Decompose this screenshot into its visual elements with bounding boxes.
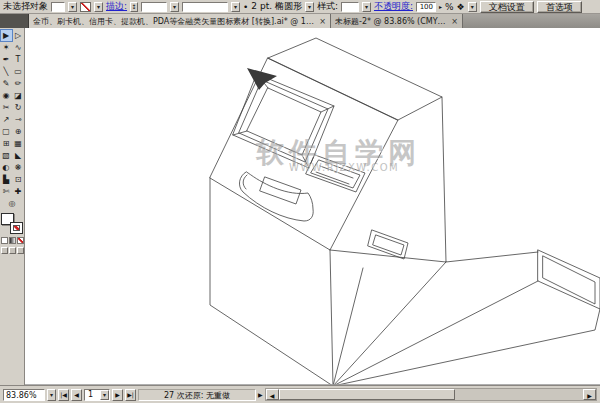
- pencil-tool-icon[interactable]: ✏: [13, 78, 24, 89]
- opacity-link[interactable]: 不透明度:: [374, 0, 413, 13]
- select-similar-arrow-icon[interactable]: ▾: [468, 2, 477, 12]
- artboard-tool-icon[interactable]: ⊡: [13, 174, 24, 185]
- stroke-weight-arrow-icon[interactable]: ▾: [170, 2, 179, 12]
- scrollbar-track[interactable]: [279, 389, 583, 400]
- style-dropdown-arrow-icon[interactable]: ▾: [362, 2, 371, 12]
- width-profile-arrow-icon[interactable]: ▾: [231, 2, 240, 12]
- artboard-number: 1: [88, 390, 93, 399]
- blend-tool-icon[interactable]: ◐: [1, 162, 12, 173]
- artboard-dropdown-arrow-icon[interactable]: ▾: [100, 390, 109, 400]
- perspective-grid-tool-icon[interactable]: ⊞: [1, 138, 12, 149]
- fill-dropdown-arrow-icon[interactable]: ▾: [68, 2, 77, 12]
- scroll-left-icon[interactable]: ◀: [266, 389, 279, 400]
- style-label: 样式:: [317, 0, 338, 13]
- direct-selection-tool-icon[interactable]: ▷: [13, 30, 24, 41]
- line-segment-tool-icon[interactable]: ╲: [1, 66, 12, 77]
- document-setup-button[interactable]: 文档设置: [480, 1, 534, 13]
- control-bar: 未选择对象 ▾ ▾ 描边: ↕ ▾ ▾ • 2 pt. 椭圆形 ▾ 样式: ▾ …: [0, 0, 600, 14]
- pen-tool-icon[interactable]: ✒: [1, 54, 12, 65]
- eyedropper-tool-icon[interactable]: ◣: [13, 150, 24, 161]
- opacity-flyout-icon[interactable]: ▸: [439, 3, 442, 10]
- column-graph-tool-icon[interactable]: ▙: [1, 174, 12, 185]
- first-artboard-button[interactable]: |◀: [58, 389, 69, 401]
- gradient-tool-icon[interactable]: ▧: [1, 150, 12, 161]
- fullscreen-menu-mode-icon[interactable]: [9, 247, 16, 254]
- illustrator-window: 未选择对象 ▾ ▾ 描边: ↕ ▾ ▾ • 2 pt. 椭圆形 ▾ 样式: ▾ …: [0, 0, 600, 403]
- preferences-button[interactable]: 首选项: [537, 1, 582, 13]
- document-tab-1-title: 金币、刷卡机、信用卡、提款机、PDA等金融类矢量图标素材 [转换].ai* @ …: [33, 16, 316, 27]
- screen-paths[interactable]: [233, 68, 334, 168]
- screen-mode-row: [1, 247, 24, 254]
- zoom-level-field[interactable]: 83.86%: [3, 389, 45, 401]
- document-tab-bar: 金币、刷卡机、信用卡、提款机、PDA等金融类矢量图标素材 [转换].ai* @ …: [0, 14, 600, 28]
- receipt-printer-paths[interactable]: [239, 172, 313, 221]
- none-mode-icon[interactable]: [17, 237, 24, 244]
- stroke-panel-link[interactable]: 描边:: [106, 0, 127, 13]
- gradient-mode-icon[interactable]: [9, 237, 16, 244]
- brush-dropdown-arrow-icon[interactable]: ▾: [305, 2, 314, 12]
- status-bar: 83.86% ▾ |◀ ◀ 1 ▾ ▶ ▶| 27 次还原: 无重做 ▶ ◀ ▶: [0, 385, 600, 403]
- mesh-tool-icon[interactable]: ▦: [13, 138, 24, 149]
- color-mode-icon[interactable]: [1, 237, 8, 244]
- magic-wand-tool-icon[interactable]: ✶: [1, 42, 12, 53]
- free-transform-tool-icon[interactable]: ▢: [1, 126, 12, 137]
- width-profile-combo[interactable]: [182, 2, 228, 12]
- selection-status: 未选择对象: [3, 0, 48, 13]
- previous-artboard-button[interactable]: ◀: [71, 389, 82, 401]
- eraser-tool-icon[interactable]: ◪: [13, 90, 24, 101]
- paint-mode-row: [1, 237, 24, 244]
- shape-builder-tool-icon[interactable]: ⊕: [13, 126, 24, 137]
- lasso-tool-icon[interactable]: ∿: [13, 42, 24, 53]
- fill-color-dropdown[interactable]: [51, 2, 65, 12]
- atm-body-paths[interactable]: [210, 38, 446, 385]
- zoom-dropdown-arrow-icon[interactable]: ▾: [47, 389, 56, 401]
- document-tab-1[interactable]: 金币、刷卡机、信用卡、提款机、PDA等金融类矢量图标素材 [转换].ai* @ …: [29, 14, 331, 28]
- last-artboard-button[interactable]: ▶|: [125, 389, 136, 401]
- stroke-weight-combo[interactable]: [141, 2, 167, 12]
- fill-stroke-indicator[interactable]: [1, 213, 23, 234]
- artboard-number-combo[interactable]: 1 ▾: [84, 389, 110, 401]
- width-tool-icon[interactable]: ⊸: [13, 114, 24, 125]
- select-similar-icon[interactable]: ❖: [457, 2, 465, 12]
- card-slot-paths[interactable]: [333, 250, 600, 385]
- brush-definition-label[interactable]: 2 pt. 椭圆形: [251, 0, 302, 13]
- selection-tool-icon[interactable]: ▶: [1, 30, 12, 41]
- scale-tool-icon[interactable]: ↗: [1, 114, 12, 125]
- stroke-weight-stepper[interactable]: ↕: [130, 2, 138, 12]
- opacity-value-field[interactable]: 100: [416, 2, 436, 12]
- next-artboard-button[interactable]: ▶: [112, 389, 123, 401]
- stroke-swatch[interactable]: [10, 222, 23, 234]
- document-tab-2-title: 未标题-2* @ 83.86% (CMYK/轮廓): [335, 16, 448, 27]
- scrollbar-thumb[interactable]: [279, 389, 456, 400]
- fullscreen-mode-icon[interactable]: [17, 247, 24, 254]
- style-combo[interactable]: [341, 2, 359, 12]
- brush-preview-icon: •: [243, 2, 248, 12]
- close-icon[interactable]: ×: [319, 17, 326, 26]
- document-tab-2[interactable]: 未标题-2* @ 83.86% (CMYK/轮廓) ×: [331, 14, 463, 28]
- artboard-canvas[interactable]: 软件自学网 WWW.RJZXW.COM: [25, 28, 600, 385]
- rectangle-tool-icon[interactable]: ▭: [13, 66, 24, 77]
- zoom-tool-icon[interactable]: ◎: [1, 198, 24, 209]
- stroke-dropdown-arrow-icon[interactable]: ▾: [94, 2, 103, 12]
- panel-dock-icon[interactable]: [0, 14, 29, 28]
- scroll-right-icon[interactable]: ▶: [583, 389, 596, 400]
- scissors-tool-icon[interactable]: ✂: [1, 102, 12, 113]
- tools-panel: ▶▷✶∿✒T╲▭✎✏◉◪✂↻↗⊸▢⊕⊞▦▧◣◐❋▙⊡✄✚◎: [0, 28, 25, 385]
- history-status: 27 次还原: 无重做: [138, 389, 256, 401]
- paintbrush-tool-icon[interactable]: ✎: [1, 78, 12, 89]
- status-flyout-icon[interactable]: ▶: [258, 391, 263, 398]
- keypad-paths[interactable]: [306, 155, 365, 192]
- symbol-sprayer-tool-icon[interactable]: ❋: [13, 162, 24, 173]
- slice-tool-icon[interactable]: ✄: [1, 186, 12, 197]
- close-icon[interactable]: ×: [451, 17, 458, 26]
- main-area: ▶▷✶∿✒T╲▭✎✏◉◪✂↻↗⊸▢⊕⊞▦▧◣◐❋▙⊡✄✚◎: [0, 28, 600, 385]
- type-tool-icon[interactable]: T: [13, 54, 24, 65]
- stroke-color-none-swatch[interactable]: [80, 2, 91, 12]
- tool-grid: ▶▷✶∿✒T╲▭✎✏◉◪✂↻↗⊸▢⊕⊞▦▧◣◐❋▙⊡✄✚◎: [1, 30, 24, 209]
- hand-tool-icon[interactable]: ✚: [13, 186, 24, 197]
- rotate-tool-icon[interactable]: ↻: [13, 102, 24, 113]
- blob-brush-tool-icon[interactable]: ◉: [1, 90, 12, 101]
- atm-wireframe-drawing[interactable]: [25, 28, 600, 385]
- normal-screen-mode-icon[interactable]: [1, 247, 8, 254]
- horizontal-scrollbar[interactable]: ◀ ▶: [265, 388, 597, 401]
